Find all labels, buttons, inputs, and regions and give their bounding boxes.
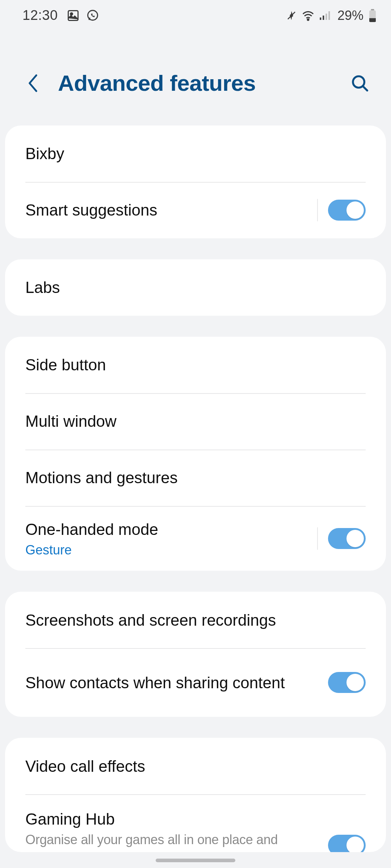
row-label: Multi window (25, 411, 358, 431)
row-label: Motions and gestures (25, 467, 358, 488)
row-multi-window[interactable]: Multi window (5, 393, 386, 450)
row-labs[interactable]: Labs (5, 259, 386, 316)
search-button[interactable] (348, 72, 371, 95)
row-bixby[interactable]: Bixby (5, 125, 386, 182)
toggle-smart-suggestions[interactable] (328, 200, 366, 221)
row-show-contacts[interactable]: Show contacts when sharing content (5, 648, 386, 717)
row-side-button[interactable]: Side button (5, 337, 386, 393)
svg-line-13 (363, 86, 367, 90)
back-button[interactable] (22, 72, 44, 94)
row-sublabel: Gesture (25, 542, 310, 558)
wifi-icon (302, 10, 314, 21)
row-label: Show contacts when sharing content (25, 672, 321, 693)
row-smart-suggestions[interactable]: Smart suggestions (5, 182, 386, 238)
settings-group: Bixby Smart suggestions (5, 125, 386, 238)
settings-group: Side button Multi window Motions and ges… (5, 337, 386, 571)
battery-percentage: 29% (337, 8, 363, 23)
row-motions-gestures[interactable]: Motions and gestures (5, 450, 386, 506)
row-video-call-effects[interactable]: Video call effects (5, 738, 386, 794)
row-sublabel: Organise all your games all in one place… (25, 832, 321, 847)
row-label: Side button (25, 354, 358, 375)
toggle-one-handed[interactable] (328, 528, 366, 549)
settings-group: Labs (5, 259, 386, 316)
page-title: Advanced features (58, 70, 348, 96)
row-gaming-hub[interactable]: Gaming Hub Organise all your games all i… (5, 794, 386, 852)
page-header: Advanced features (0, 25, 391, 125)
settings-list: Bixby Smart suggestions Labs Side button… (0, 125, 391, 852)
image-icon (67, 9, 80, 22)
status-bar: 12:30 29% (0, 0, 391, 25)
row-label: Screenshots and screen recordings (25, 610, 358, 630)
svg-point-4 (307, 19, 309, 20)
svg-rect-6 (323, 16, 324, 20)
toggle-gaming-hub[interactable] (328, 835, 366, 852)
row-label: Smart suggestions (25, 200, 310, 220)
row-label: Labs (25, 277, 358, 298)
row-one-handed-mode[interactable]: One-handed mode Gesture (5, 506, 386, 571)
row-label: Gaming Hub (25, 809, 321, 829)
battery-icon (369, 9, 377, 22)
nav-handle[interactable] (156, 859, 235, 862)
status-time: 12:30 (22, 8, 58, 23)
settings-group: Screenshots and screen recordings Show c… (5, 592, 386, 717)
separator (317, 199, 318, 221)
whatsapp-icon (86, 9, 99, 22)
mute-icon (286, 10, 297, 21)
row-label: Video call effects (25, 756, 358, 776)
svg-rect-8 (328, 11, 330, 20)
toggle-show-contacts[interactable] (328, 672, 366, 693)
row-label: One-handed mode (25, 519, 310, 540)
svg-rect-9 (371, 9, 374, 10)
row-screenshots[interactable]: Screenshots and screen recordings (5, 592, 386, 648)
settings-group: Video call effects Gaming Hub Organise a… (5, 738, 386, 852)
svg-point-1 (70, 13, 72, 15)
svg-rect-7 (325, 14, 327, 20)
signal-icon (319, 10, 331, 21)
row-label: Bixby (25, 143, 358, 164)
separator (317, 527, 318, 550)
svg-rect-5 (320, 17, 321, 20)
